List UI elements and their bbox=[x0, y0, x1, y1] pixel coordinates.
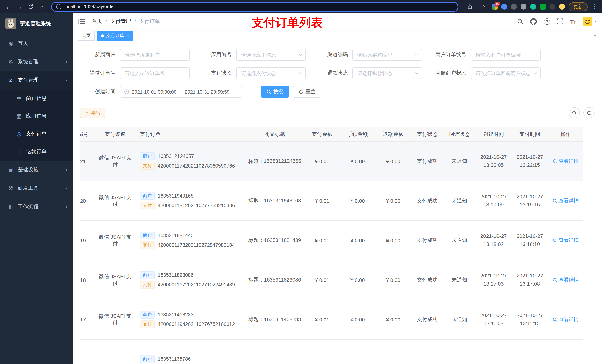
chevron-down-icon: ▾ bbox=[66, 205, 67, 209]
extension-icon[interactable] bbox=[540, 4, 546, 10]
site-info-icon[interactable]: i bbox=[56, 4, 62, 9]
gear-icon: ⚙ bbox=[7, 58, 14, 65]
table-row: 21 微信 JSAPI 支付 商户1635312124657 支付4200001… bbox=[80, 141, 583, 181]
sidebar-toggle-icon[interactable] bbox=[78, 19, 85, 24]
notify-status-select[interactable] bbox=[471, 67, 540, 79]
view-detail-link[interactable]: 查看详情 bbox=[553, 237, 579, 244]
tab-home[interactable]: 首页 bbox=[78, 31, 95, 41]
search-icon[interactable] bbox=[517, 19, 523, 24]
sidebar-item-system[interactable]: ⚙ 系统管理 ▾ bbox=[0, 52, 73, 71]
back-icon[interactable]: ← bbox=[4, 2, 13, 11]
extension-icon[interactable] bbox=[521, 4, 527, 10]
merchant-tag: 商户 bbox=[140, 311, 155, 319]
yen-icon: ¥ bbox=[7, 77, 14, 83]
table-header-row: 编号 支付渠道 支付订单 商品标题 支付金额 手续金额 退款金额 支付状态 回调… bbox=[80, 127, 583, 141]
browser-menu-icon[interactable]: ⋮ bbox=[591, 3, 598, 10]
sidebar-item-pay-order[interactable]: ◎ 支付订单 bbox=[0, 125, 73, 143]
table-row: 17 微信 JSAPI 支付 商户1635311468233 支付4200001… bbox=[80, 300, 583, 339]
pay-status-select[interactable] bbox=[236, 67, 306, 79]
close-icon[interactable]: × bbox=[126, 33, 129, 38]
workflow-icon: ▥ bbox=[7, 203, 14, 210]
extension-icon[interactable] bbox=[549, 4, 555, 10]
table-row-partial: 商户163531135786 bbox=[80, 339, 583, 364]
refresh-icon[interactable] bbox=[26, 2, 35, 11]
search-button[interactable]: 搜索 bbox=[261, 86, 289, 98]
search-icon bbox=[553, 198, 557, 203]
pay-tag: 支付 bbox=[140, 162, 155, 170]
chevron-down-icon: ▾ bbox=[66, 60, 67, 64]
url-text: localhost:1024/pay/order bbox=[64, 4, 115, 9]
app-logo[interactable]: 芋道管理系统 bbox=[0, 13, 73, 34]
filter-row-2: 渠道订单号 支付状态 退款状态 bbox=[80, 67, 595, 79]
filter-app: 应用编号 bbox=[203, 49, 306, 61]
main-area: 支付订单列表 首页 / 支付管理 / 支付订单 bbox=[73, 13, 602, 364]
sidebar-item-infra[interactable]: ▣ 基础设施 ▾ bbox=[0, 161, 73, 179]
sidebar-item-refund-order[interactable]: ▯ 退款订单 bbox=[0, 143, 73, 161]
breadcrumb-payment[interactable]: 支付管理 bbox=[110, 18, 131, 25]
toggle-search-button[interactable] bbox=[569, 107, 580, 118]
view-detail-link[interactable]: 查看详情 bbox=[553, 197, 579, 204]
bookmark-star-icon[interactable]: ☆ bbox=[478, 2, 488, 11]
refresh-icon bbox=[299, 89, 304, 94]
table-row: 18 微信 JSAPI 支付 商户1635311823086 支付4200001… bbox=[80, 260, 583, 300]
font-size-icon[interactable]: TT bbox=[570, 18, 576, 25]
reset-button[interactable]: 重置 bbox=[293, 86, 321, 98]
search-icon bbox=[572, 110, 577, 115]
view-detail-link[interactable]: 查看详情 bbox=[553, 277, 579, 283]
sidebar-item-devtools[interactable]: ⚒ 研发工具 ▾ bbox=[0, 179, 73, 198]
github-icon[interactable] bbox=[530, 18, 537, 25]
extension-icon[interactable] bbox=[511, 4, 517, 10]
export-button[interactable]: 导出 bbox=[80, 108, 105, 118]
home-icon[interactable]: ⌂ bbox=[37, 2, 47, 11]
merchant-tag: 商户 bbox=[140, 152, 155, 160]
clock-icon bbox=[124, 89, 129, 94]
pay-tag: 支付 bbox=[140, 241, 155, 249]
pay-tag: 支付 bbox=[140, 202, 155, 209]
extensions-icon[interactable]: 10 bbox=[492, 4, 498, 10]
merchant-order-no-input[interactable] bbox=[471, 49, 540, 61]
app-grid-icon: ▦ bbox=[16, 113, 22, 119]
date-end: 2021-10-31 23:59:59 bbox=[185, 89, 229, 94]
sidebar-item-workflow[interactable]: ▥ 工作流程 ▾ bbox=[0, 198, 73, 216]
tags-view-bar: 首页 支付订单 × ▾ bbox=[73, 30, 602, 42]
channel-order-no-input[interactable] bbox=[120, 67, 190, 79]
filter-refund-status: 退款状态 bbox=[319, 67, 422, 79]
channel-code-select[interactable] bbox=[353, 49, 422, 61]
sidebar-item-merchant-info[interactable]: ▤ 商户信息 bbox=[0, 90, 73, 107]
filter-pay-status: 支付状态 bbox=[203, 67, 306, 79]
merchant-tag: 商户 bbox=[140, 232, 155, 239]
browser-window: ← → ⌂ i localhost:1024/pay/order ☆ 10 bbox=[0, 0, 602, 364]
refresh-table-button[interactable] bbox=[583, 107, 595, 118]
search-icon bbox=[553, 159, 557, 163]
filter-row-1: 所属商户 应用编号 渠道编码 bbox=[80, 49, 595, 61]
chevron-down-icon: ▾ bbox=[66, 168, 67, 172]
tags-menu-caret-icon[interactable]: ▾ bbox=[593, 32, 597, 39]
help-icon[interactable]: ? bbox=[544, 18, 550, 25]
app-filter-select[interactable] bbox=[236, 49, 306, 61]
user-avatar[interactable]: ▾ bbox=[583, 17, 596, 26]
extension-icon[interactable]: ✓ bbox=[530, 4, 536, 10]
tab-pay-order[interactable]: 支付订单 × bbox=[97, 31, 133, 41]
profile-avatar-icon[interactable] bbox=[559, 4, 565, 10]
sidebar-item-home[interactable]: ◉ 首页 bbox=[0, 34, 73, 52]
view-detail-link[interactable]: 查看详情 bbox=[553, 316, 579, 323]
fullscreen-icon[interactable] bbox=[557, 19, 563, 24]
filter-channel-code: 渠道编码 bbox=[319, 49, 422, 61]
refund-status-select[interactable] bbox=[353, 67, 422, 79]
share-icon[interactable] bbox=[465, 2, 475, 11]
create-time-range-picker[interactable]: 2021-10-01 00:00:00 - 2021-10-31 23:59:5… bbox=[120, 86, 242, 98]
orders-table-wrap: 编号 支付渠道 支付订单 商品标题 支付金额 手续金额 退款金额 支付状态 回调… bbox=[80, 127, 595, 364]
search-icon bbox=[267, 89, 271, 94]
view-detail-link[interactable]: 查看详情 bbox=[553, 158, 579, 165]
active-dot bbox=[101, 34, 104, 37]
merchant-filter-input[interactable] bbox=[120, 49, 190, 61]
app-title: 芋道管理系统 bbox=[20, 20, 51, 27]
breadcrumb-home[interactable]: 首页 bbox=[92, 18, 102, 25]
forward-icon[interactable]: → bbox=[15, 2, 24, 11]
page-annotation: 支付订单列表 bbox=[252, 16, 323, 30]
update-button[interactable]: 更新 bbox=[569, 2, 588, 11]
sidebar-item-app-info[interactable]: ▦ 应用信息 bbox=[0, 107, 73, 125]
sidebar-item-payment[interactable]: ¥ 支付管理 ▴ bbox=[0, 71, 73, 90]
address-bar[interactable]: i localhost:1024/pay/order bbox=[51, 2, 458, 12]
extension-icon[interactable] bbox=[501, 4, 507, 10]
